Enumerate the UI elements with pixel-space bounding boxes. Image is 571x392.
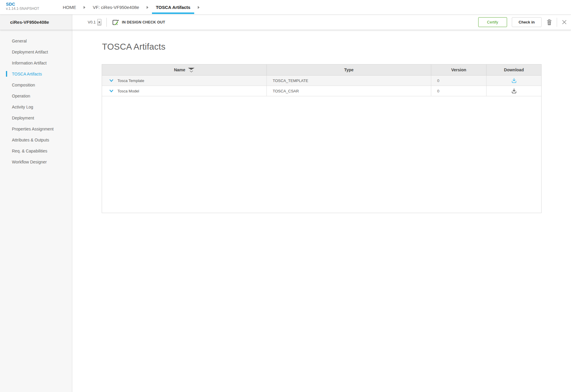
sidebar-item-deployment-artifact[interactable]: Deployment Artifact (0, 46, 72, 57)
toolbar: V0.1 IN DESIGN CHECK OUT Certify Check i… (72, 15, 571, 30)
sidebar-item-general[interactable]: General (0, 35, 72, 46)
download-icon[interactable] (511, 88, 517, 94)
expand-chevron-icon[interactable] (109, 79, 114, 82)
cell-type: TOSCA_CSAR (267, 86, 431, 96)
toolbar-actions: Certify Check in (478, 17, 567, 27)
breadcrumb-arrow-icon (147, 6, 148, 9)
table-row[interactable]: Tosca Model TOSCA_CSAR 0 (102, 86, 541, 96)
sidebar-item-deployment[interactable]: Deployment (0, 112, 72, 123)
breadcrumb-arrow-icon (84, 6, 85, 9)
breadcrumb: HOME VF: ciRes-VF950e408e TOSCA Artifact… (59, 0, 203, 15)
cell-version: 0 (431, 75, 487, 86)
top-nav-bar: SDC v.1.14.1-SNAPSHOT HOME VF: ciRes-VF9… (0, 0, 571, 15)
expand-chevron-icon[interactable] (109, 89, 114, 92)
table-header-row: Name Type Version Download (102, 64, 541, 75)
cell-name: Tosca Model (102, 86, 267, 96)
sidebar-item-properties-assignment[interactable]: Properties Assignment (0, 123, 72, 134)
breadcrumb-arrow-icon (198, 6, 200, 9)
component-title: ciRes-VF950e408e (0, 15, 72, 30)
tab-home[interactable]: HOME (59, 0, 80, 15)
page-title: TOSCA Artifacts (102, 42, 165, 52)
chevron-down-icon (98, 22, 100, 23)
sort-icon[interactable] (188, 68, 194, 73)
version-selector[interactable] (97, 19, 101, 26)
tab-label: HOME (63, 5, 76, 10)
sidebar: General Deployment Artifact Information … (0, 30, 72, 392)
check-in-button[interactable]: Check in (512, 17, 542, 27)
cell-type: TOSCA_TEMPLATE (267, 75, 431, 86)
logo-title: SDC (6, 2, 39, 7)
column-header-download[interactable]: Download (487, 64, 541, 75)
sidebar-item-attributes-outputs[interactable]: Attributes & Outputs (0, 134, 72, 145)
version-label: V0.1 (88, 20, 96, 24)
tab-vf-cires[interactable]: VF: ciRes-VF950e408e (89, 0, 143, 15)
tab-tosca-artifacts[interactable]: TOSCA Artifacts (152, 0, 194, 15)
toolbar-divider (106, 18, 107, 27)
sidebar-item-information-artifact[interactable]: Information Artifact (0, 57, 72, 68)
sidebar-item-activity-log[interactable]: Activity Log (0, 101, 72, 112)
download-icon[interactable] (511, 78, 517, 84)
tab-label: VF: ciRes-VF950e408e (93, 5, 139, 10)
certify-button[interactable]: Certify (478, 17, 507, 27)
logo-version: v.1.14.1-SNAPSHOT (6, 7, 39, 11)
delete-icon[interactable] (546, 19, 552, 26)
table-row[interactable]: Tosca Template TOSCA_TEMPLATE 0 (102, 75, 541, 86)
column-header-version[interactable]: Version (431, 64, 487, 75)
column-header-name[interactable]: Name (102, 64, 267, 75)
tosca-artifacts-table: Name Type Version Download Tosca (102, 64, 542, 213)
sidebar-item-operation[interactable]: Operation (0, 90, 72, 101)
sidebar-item-tosca-artifacts[interactable]: TOSCA Artifacts (0, 68, 72, 79)
chevron-down-icon (189, 70, 193, 73)
sidebar-item-req-capabilities[interactable]: Req. & Capabilities (0, 145, 72, 156)
lifecycle-status: IN DESIGN CHECK OUT (122, 20, 165, 24)
main-content: TOSCA Artifacts Name Type Version Downlo… (72, 30, 571, 392)
sidebar-item-workflow-designer[interactable]: Workflow Designer (0, 156, 72, 167)
close-icon[interactable] (562, 20, 567, 25)
sidebar-item-composition[interactable]: Composition (0, 79, 72, 90)
cell-download (487, 75, 541, 86)
toolbar-divider (557, 18, 557, 27)
sdc-logo[interactable]: SDC v.1.14.1-SNAPSHOT (6, 2, 39, 11)
tab-label: TOSCA Artifacts (156, 5, 190, 10)
cell-version: 0 (431, 86, 487, 96)
cell-download (487, 86, 541, 96)
sort-triangle-icon (188, 68, 194, 70)
workspace-header: ciRes-VF950e408e V0.1 IN DESIGN CHECK OU… (0, 15, 571, 30)
checkout-edit-icon (112, 19, 119, 26)
column-header-type[interactable]: Type (267, 64, 431, 75)
cell-name: Tosca Template (102, 75, 267, 86)
